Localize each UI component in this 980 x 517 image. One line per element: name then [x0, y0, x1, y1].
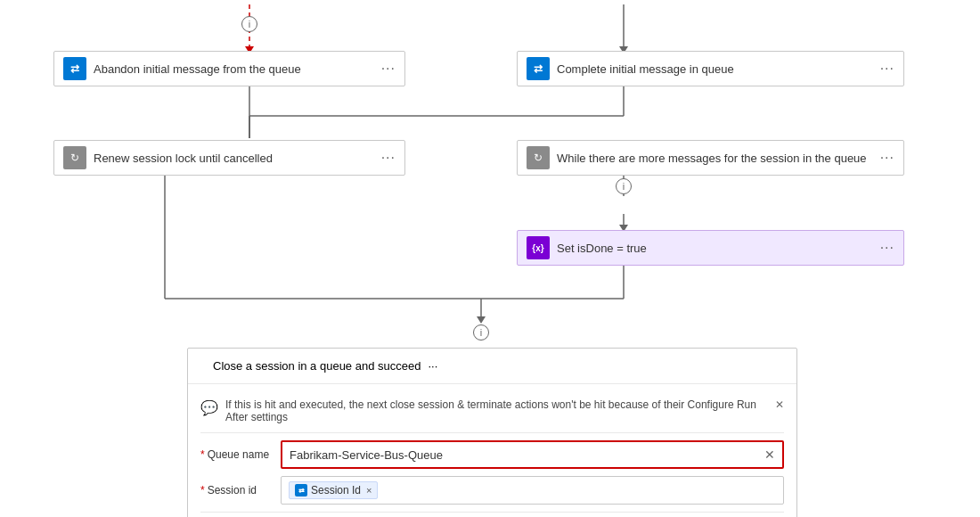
- complete-card: ⇄ Complete initial message in queue ···: [517, 51, 904, 86]
- queue-name-value: Fabrikam-Service-Bus-Queue: [290, 448, 443, 462]
- setisdone-more-btn[interactable]: ···: [880, 240, 894, 256]
- abandon-icon-box: ⇄: [63, 57, 86, 80]
- banner-chat-icon: 💬: [200, 399, 218, 416]
- while-card: ↻ While there are more messages for the …: [517, 140, 904, 176]
- set-isdone-card: {x} Set isDone = true ···: [517, 230, 904, 266]
- queue-name-input[interactable]: Fabrikam-Service-Bus-Queue ✕: [281, 440, 784, 469]
- queue-label-text: Queue name: [208, 448, 269, 461]
- setisdone-label: Set isDone = true: [557, 242, 873, 255]
- close-session-service-icon: ⇄: [197, 360, 206, 373]
- renew-icon-box: ↻: [63, 146, 86, 169]
- banner-close-btn[interactable]: ✕: [775, 398, 784, 411]
- session-id-tag: ⇄ Session Id ×: [289, 481, 378, 499]
- close-session-body: 💬 If this is hit and executed, the next …: [188, 384, 796, 517]
- complete-more-btn[interactable]: ···: [880, 61, 894, 77]
- session-id-label: *Session id: [200, 484, 281, 496]
- required-star-session: *: [200, 484, 205, 496]
- info-icon-top-abandon: i: [249, 19, 250, 29]
- setisdone-icon-box: {x}: [527, 236, 550, 259]
- abandon-card: ⇄ Abandon initial message from the queue…: [53, 51, 405, 86]
- info-icon-while: i: [623, 181, 625, 192]
- close-session-header: ⇄ Close a session in a queue and succeed…: [188, 349, 796, 384]
- complete-service-icon: ⇄: [534, 62, 543, 75]
- while-icon: ↻: [534, 152, 543, 164]
- close-session-icon-box: ⇄: [197, 359, 206, 373]
- session-tag-inner-icon: ⇄: [298, 487, 305, 495]
- setisdone-icon: {x}: [532, 243, 543, 253]
- queue-name-clear-btn[interactable]: ✕: [764, 447, 775, 462]
- renew-card: ↻ Renew session lock until cancelled ···: [53, 140, 405, 176]
- session-id-input[interactable]: ⇄ Session Id ×: [281, 476, 784, 505]
- info-icon-close: i: [480, 327, 482, 338]
- session-tag-label: Session Id: [311, 484, 361, 496]
- abandon-more-btn[interactable]: ···: [381, 61, 396, 77]
- queue-name-row: *Queue name Fabrikam-Service-Bus-Queue ✕: [200, 440, 784, 469]
- renew-label: Renew session lock until cancelled: [94, 152, 374, 165]
- session-tag-icon: ⇄: [295, 484, 307, 496]
- close-session-card: ⇄ Close a session in a queue and succeed…: [187, 348, 797, 517]
- while-icon-box: ↻: [527, 146, 550, 169]
- session-id-row: *Session id ⇄ Session Id ×: [200, 476, 784, 505]
- svg-marker-17: [477, 316, 486, 324]
- info-circle-top-abandon: i: [241, 16, 257, 32]
- renew-more-btn[interactable]: ···: [381, 150, 396, 166]
- while-label: While there are more messages for the se…: [557, 152, 873, 165]
- info-circle-close: i: [473, 324, 489, 341]
- close-session-label: Close a session in a queue and succeed: [213, 359, 421, 373]
- while-more-btn[interactable]: ···: [880, 150, 894, 166]
- connection-footer: Connected to Fabrikam-Service-Bus-Connec…: [200, 512, 784, 517]
- renew-icon: ↻: [70, 152, 79, 164]
- close-session-more-btn[interactable]: ···: [428, 359, 437, 373]
- banner-text: If this is hit and executed, the next cl…: [225, 398, 768, 423]
- session-tag-close-btn[interactable]: ×: [366, 485, 372, 496]
- info-circle-while: i: [616, 178, 632, 194]
- session-label-text: Session id: [208, 484, 257, 496]
- abandon-service-icon: ⇄: [70, 62, 79, 75]
- complete-icon-box: ⇄: [527, 57, 550, 80]
- abandon-label: Abandon initial message from the queue: [94, 62, 374, 76]
- queue-name-label: *Queue name: [200, 448, 281, 461]
- complete-label: Complete initial message in queue: [557, 62, 873, 76]
- required-star-queue: *: [200, 448, 205, 461]
- info-banner: 💬 If this is hit and executed, the next …: [200, 393, 784, 433]
